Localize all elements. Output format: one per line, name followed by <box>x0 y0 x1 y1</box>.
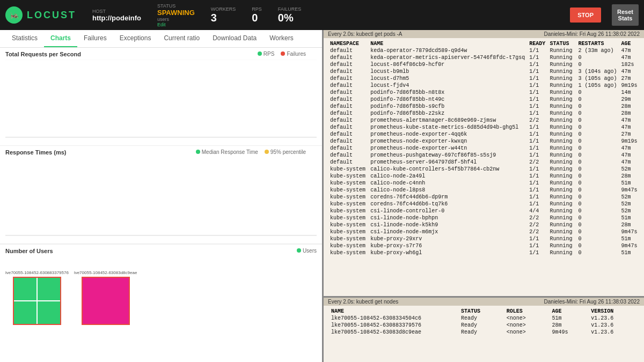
pods-cell-0: default <box>328 131 368 138</box>
worker-tile-2-label: lve70055-108452-63083d8c9eae <box>74 270 137 275</box>
nav-tab-failures[interactable]: Failures <box>77 30 113 47</box>
col-status: STATUS <box>548 40 576 47</box>
pods-cell-3: Running <box>548 208 576 215</box>
terminal-top-header-left: Every 2.0s: kubectl get pods -A <box>328 31 402 37</box>
nav-tab-download-data[interactable]: Download Data <box>206 30 263 47</box>
worker-tile-2: lve70055-108452-63083d8c9eae <box>74 270 137 325</box>
pods-cell-1: podinfo-7d86f85bb-z2skz <box>368 110 527 117</box>
pods-table-row: kube-systemcalico-node-2a49l1/1Running02… <box>328 173 640 180</box>
pods-cell-4: 0 <box>576 117 619 124</box>
nav-tab-statistics[interactable]: Statistics <box>5 30 44 47</box>
pods-cell-5: 9m47s <box>619 228 640 235</box>
pods-cell-2: 1/1 <box>527 201 547 208</box>
pods-table-row: kube-systemkube-proxy-s7r761/1Running09m… <box>328 242 640 249</box>
pods-cell-4: 0 <box>576 249 619 256</box>
pods-cell-5: 51m <box>619 249 640 256</box>
response-chart-svg <box>5 158 317 236</box>
pods-cell-5: 52m <box>619 208 640 215</box>
col-restarts: RESTARTS <box>576 40 619 47</box>
pods-cell-3: Running <box>548 96 576 103</box>
pods-table-row: kube-systemcalico-node-l8ps81/1Running09… <box>328 187 640 194</box>
pods-cell-2: 1/1 <box>527 131 547 138</box>
nodes-table-row: lke70055-108452-63083d8c9eaeReady<none>9… <box>328 329 640 336</box>
pods-cell-2: 1/1 <box>527 96 547 103</box>
pods-cell-1: kube-proxy-wh6gl <box>368 249 527 256</box>
pods-cell-3: Running <box>548 235 576 242</box>
col-node-roles: ROLES <box>503 308 549 315</box>
pods-cell-2: 1/1 <box>527 187 547 194</box>
nodes-table-row: lke70055-108452-6308334504c6Ready<none>5… <box>328 315 640 322</box>
col-node-name: NAME <box>328 308 458 315</box>
nodes-cell-0: lke70055-108452-630883379576 <box>328 322 458 329</box>
pods-cell-1: csi-linode-node-bphpn <box>368 215 527 221</box>
pods-cell-1: prometheus-alertmanager-8c689e969-zjmsw <box>368 117 527 124</box>
logo-text: LOCUST <box>27 10 76 21</box>
left-panel: StatisticsChartsFailuresExceptionsCurren… <box>0 30 322 362</box>
logo-icon: 🦗 <box>5 6 23 24</box>
pods-cell-1: kube-proxy-s7r76 <box>368 242 527 249</box>
worker-tile-2-grid <box>82 277 130 325</box>
pods-cell-3: Running <box>548 75 576 82</box>
pods-cell-1: prometheus-node-exporter-kwxqn <box>368 138 527 145</box>
pods-cell-3: Running <box>548 68 576 75</box>
col-age: AGE <box>619 40 640 47</box>
nav-tab-current-ratio[interactable]: Current ratio <box>157 30 206 47</box>
pods-cell-0: kube-system <box>328 166 368 173</box>
pods-cell-2: 1/1 <box>527 75 547 82</box>
nav-tab-charts[interactable]: Charts <box>44 30 77 47</box>
pods-cell-3: Running <box>548 159 576 166</box>
nav-tab-exceptions[interactable]: Exceptions <box>113 30 158 47</box>
tile-cell-1-2 <box>38 278 60 300</box>
pods-cell-0: kube-system <box>328 201 368 208</box>
pods-cell-0: default <box>328 138 368 145</box>
pods-cell-0: kube-system <box>328 208 368 215</box>
nodes-cell-1: Ready <box>458 329 503 336</box>
tile-cell-1-1 <box>14 278 36 300</box>
pods-cell-5: 28m <box>619 110 640 117</box>
response-chart-section: Response Times (ms) Median Response Time… <box>0 146 322 244</box>
pods-cell-4: 0 <box>576 166 619 173</box>
pods-cell-3: Running <box>548 54 576 61</box>
pods-cell-5: 14m <box>619 89 640 96</box>
pods-cell-4: 0 <box>576 187 619 194</box>
terminal-top: Every 2.0s: kubectl get pods -A Danieles… <box>324 30 644 298</box>
pods-cell-2: 2/2 <box>527 215 547 221</box>
pods-table-row: defaultpodinfo-7d86f85bb-s9cfb1/1Running… <box>328 103 640 110</box>
pods-cell-0: default <box>328 117 368 124</box>
pods-cell-4: 0 <box>576 138 619 145</box>
pods-table-row: defaultlocust-b9mlb1/1Running3 (104s ago… <box>328 68 640 75</box>
pods-cell-5: 9m47s <box>619 242 640 249</box>
pods-cell-1: prometheus-pushgateway-697cf86f85-s5sj9 <box>368 152 527 159</box>
nav-tabs: StatisticsChartsFailuresExceptionsCurren… <box>0 30 322 48</box>
pods-cell-5: 47m <box>619 117 640 124</box>
pods-cell-0: default <box>328 159 368 166</box>
pods-cell-3: Running <box>548 131 576 138</box>
pods-cell-5: 47m <box>619 145 640 152</box>
rps-label: RPS <box>252 6 262 12</box>
host-value[interactable]: http://podeinfo <box>92 14 141 22</box>
pods-cell-1: coredns-76fc44d6b6-dp9rm <box>368 194 527 201</box>
pods-cell-1: calico-node-l8ps8 <box>368 187 527 194</box>
pods-cell-4: 0 <box>576 145 619 152</box>
rps-chart-section: Total Requests per Second RPS Failures <box>0 48 322 146</box>
pods-cell-3: Running <box>548 47 576 54</box>
pods-table-row: kube-systemcalico-node-c4nnh1/1Running05… <box>328 180 640 187</box>
pods-cell-2: 1/1 <box>527 249 547 256</box>
pods-cell-3: Running <box>548 61 576 68</box>
pods-cell-0: default <box>328 110 368 117</box>
pods-cell-0: kube-system <box>328 173 368 180</box>
terminal-bottom: Every 2.0s: kubectl get nodes Danieles-M… <box>324 298 644 362</box>
status-edit[interactable]: Edit <box>157 22 195 27</box>
tile-cell-2-4 <box>106 301 129 324</box>
pods-table-row: kube-systemcsi-linode-node-m6mjx2/2Runni… <box>328 228 640 235</box>
pods-cell-4: 0 <box>576 173 619 180</box>
pods-table-row: defaultprometheus-alertmanager-8c689e969… <box>328 117 640 124</box>
status-label: STATUS <box>157 3 195 9</box>
reset-button[interactable]: Reset Stats <box>612 4 639 26</box>
pods-table-row: defaultlocust-fjdv41/1Running1 (105s ago… <box>328 82 640 89</box>
failures-block: FAILURES 0% <box>278 6 302 24</box>
nav-tab-workers[interactable]: Workers <box>263 30 299 47</box>
terminal-top-header: Every 2.0s: kubectl get pods -A Danieles… <box>324 30 644 38</box>
host-label: HOST <box>92 9 141 14</box>
stop-button[interactable]: STOP <box>570 8 601 23</box>
